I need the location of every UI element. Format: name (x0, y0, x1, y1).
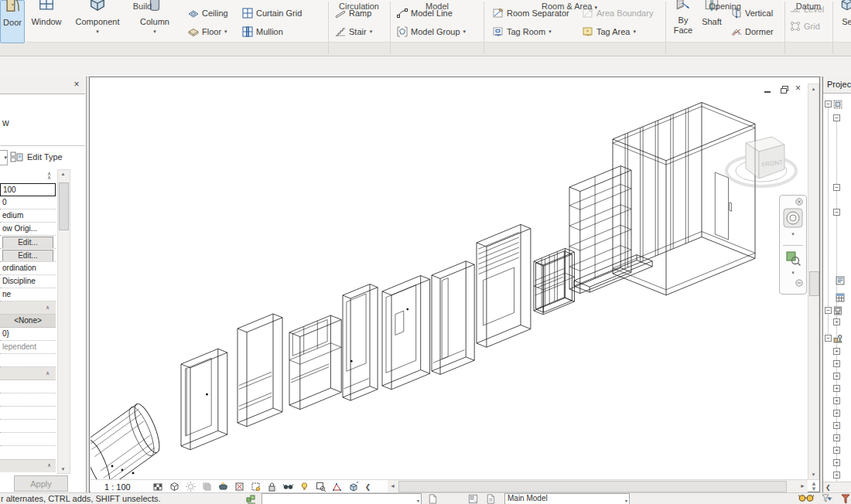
lock-view-icon[interactable] (266, 481, 278, 492)
property-row[interactable] (0, 407, 56, 420)
window-button[interactable]: Window (26, 0, 67, 42)
design-options-icon[interactable] (468, 494, 478, 504)
property-row[interactable]: 100 (0, 183, 56, 196)
edit-type-button[interactable]: Edit Type (27, 152, 63, 162)
property-row[interactable]: Edit... (0, 249, 56, 262)
scrollbar-thumb[interactable] (59, 182, 69, 230)
tree-expand-box[interactable]: + (833, 397, 840, 404)
tree-collapse-box[interactable]: − (825, 100, 832, 107)
property-row[interactable]: 0} (0, 328, 56, 341)
vcb-collapse-icon[interactable]: ❮ (365, 483, 371, 491)
view-split-grip[interactable]: ▲▼ (808, 481, 819, 492)
vertical-scrollbar[interactable]: ▲ ▼ (808, 83, 819, 480)
select-by-filter-icon[interactable] (822, 494, 832, 504)
tree-collapse-box[interactable]: − (833, 114, 840, 121)
stair-button[interactable]: Stair ▾ (334, 24, 372, 39)
room-area-panel-dropdown-icon[interactable]: ▾ (594, 5, 597, 10)
scrollbar-thumb[interactable] (398, 481, 787, 492)
horizontal-scrollbar[interactable]: ◄ ► (388, 480, 808, 492)
stair-dropdown-icon[interactable]: ▾ (370, 29, 373, 35)
property-row[interactable]: ordination (0, 262, 56, 275)
property-row[interactable] (0, 420, 56, 433)
sun-path-icon[interactable] (185, 481, 197, 492)
set-work-plane-button[interactable]: Se (836, 0, 851, 42)
section-chevron-icon[interactable]: ∧ (46, 371, 50, 375)
crop-view-icon[interactable] (234, 481, 245, 492)
editable-only-icon[interactable] (428, 494, 437, 504)
scroll-down-icon[interactable]: ▼ (808, 472, 819, 477)
view-restore-icon[interactable] (780, 85, 789, 94)
temporary-hide-isolate-icon[interactable] (282, 481, 294, 492)
type-combo-dropdown-icon[interactable]: ▾ (0, 150, 8, 165)
active-workset-dropdown[interactable]: ▾ (261, 493, 422, 504)
exclude-options-icon[interactable] (486, 494, 495, 504)
scroll-up-icon[interactable]: ▲ (58, 172, 68, 176)
tree-collapse-box[interactable]: − (833, 209, 840, 216)
temporary-view-properties-icon[interactable] (315, 481, 326, 492)
tree-collapse-box[interactable]: − (833, 184, 840, 191)
property-row[interactable] (0, 433, 56, 446)
property-row[interactable]: lependent (0, 341, 56, 354)
worksets-icon[interactable] (246, 494, 257, 504)
property-row[interactable] (0, 354, 56, 367)
tree-expand-box[interactable]: + (833, 434, 840, 441)
zoom-dropdown-icon[interactable]: ▾ (780, 270, 806, 276)
collapse-all-icon[interactable]: ∧∧ (47, 172, 51, 179)
component-button[interactable]: Component ▾ (71, 0, 124, 42)
component-dropdown-icon[interactable]: ▾ (71, 29, 124, 35)
reveal-hidden-elements-icon[interactable] (299, 481, 310, 492)
apply-button[interactable]: Apply (14, 475, 68, 492)
tag-area-button[interactable]: Tag Area ▾ (582, 24, 636, 39)
navbar-collapse-icon[interactable] (786, 279, 806, 288)
tree-collapse-box[interactable]: − (825, 335, 832, 342)
property-row[interactable]: 0 (0, 196, 56, 209)
section-chevron-icon[interactable]: ∧ (46, 305, 50, 309)
show-rendering-dialog-icon[interactable] (217, 481, 229, 492)
tree-collapse-box[interactable]: − (825, 307, 832, 314)
dormer-button[interactable]: Dormer (730, 24, 774, 39)
tag-area-dropdown-icon[interactable]: ▾ (633, 29, 636, 35)
navbar-close-icon[interactable] (788, 198, 806, 207)
scroll-left-icon[interactable]: ◄ (390, 483, 395, 489)
design-option-dropdown-icon[interactable]: ▾ (625, 496, 627, 504)
scroll-right-icon[interactable]: ► (800, 483, 805, 489)
type-selector[interactable]: w (0, 94, 85, 146)
view-minimize-icon[interactable] (763, 85, 772, 94)
tree-expand-box[interactable]: + (833, 373, 840, 380)
workset-dropdown-icon[interactable]: ▾ (417, 496, 419, 504)
edit-button[interactable]: Edit... (2, 250, 53, 262)
properties-close-icon[interactable]: × (71, 79, 82, 90)
displacement-sets-icon[interactable] (347, 481, 359, 492)
mullion-button[interactable]: Mullion (241, 24, 283, 39)
tree-expand-box[interactable]: + (833, 472, 840, 478)
property-row[interactable]: edium (0, 209, 56, 223)
viewcube[interactable]: FRONT (723, 122, 800, 199)
scroll-up-icon[interactable]: ▲ (808, 87, 819, 91)
tree-expand-box[interactable]: + (833, 410, 840, 417)
scrollbar-thumb[interactable] (809, 271, 819, 296)
browser-horizontal-scrollbar[interactable]: ❮ (823, 482, 851, 493)
curtain-grid-button[interactable]: Curtain Grid (241, 5, 302, 21)
edit-button[interactable]: Edit... (2, 237, 53, 249)
zoom-tool-icon[interactable] (780, 250, 806, 267)
property-row[interactable] (0, 393, 56, 407)
show-crop-region-icon[interactable] (250, 481, 261, 492)
property-row[interactable]: Discipline (0, 275, 56, 288)
active-design-option-dropdown[interactable]: Main Model ▾ (504, 493, 630, 504)
visual-style-icon[interactable] (169, 481, 180, 492)
tree-expand-box[interactable]: + (833, 447, 840, 454)
properties-scrollbar[interactable]: ▲ ▼ (57, 169, 70, 474)
scale-button[interactable]: 1 : 100 (104, 482, 131, 492)
scroll-left-icon[interactable]: ❮ (825, 484, 831, 491)
scroll-down-icon[interactable]: ▼ (58, 467, 68, 472)
door-button[interactable]: Door (0, 0, 25, 43)
drawing-area[interactable]: × FRONT ▾ ▾ (89, 77, 820, 492)
tree-expand-box[interactable]: + (833, 459, 840, 466)
model-group-button[interactable]: Model Group ▾ (396, 24, 466, 39)
ceiling-button[interactable]: Ceiling (187, 5, 228, 21)
project-browser-tree[interactable]: −−−−−+−++++++++++++ (823, 94, 851, 481)
tree-expand-box[interactable]: + (833, 360, 840, 367)
steering-wheel-dropdown-icon[interactable]: ▾ (780, 231, 806, 237)
tree-expand-box[interactable]: + (833, 385, 840, 392)
floor-button[interactable]: Floor ▾ (187, 24, 227, 39)
